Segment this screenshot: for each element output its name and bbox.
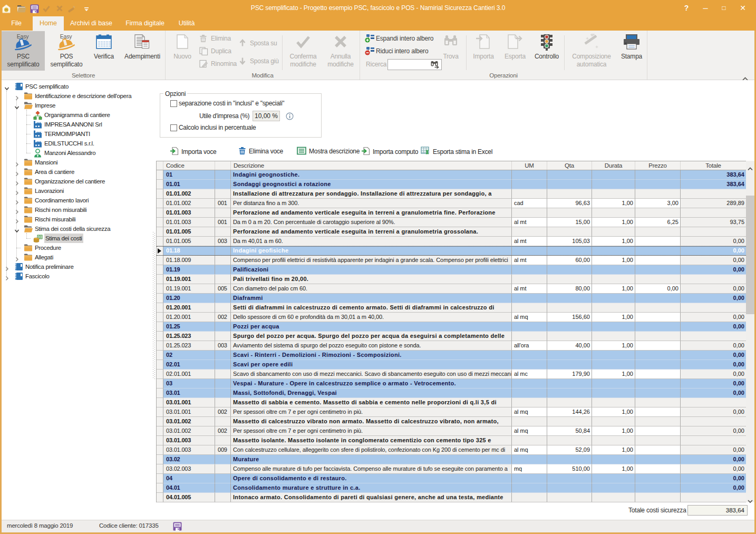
svg-text:Easy: Easy bbox=[60, 34, 72, 40]
svg-text:Easy: Easy bbox=[17, 34, 29, 40]
